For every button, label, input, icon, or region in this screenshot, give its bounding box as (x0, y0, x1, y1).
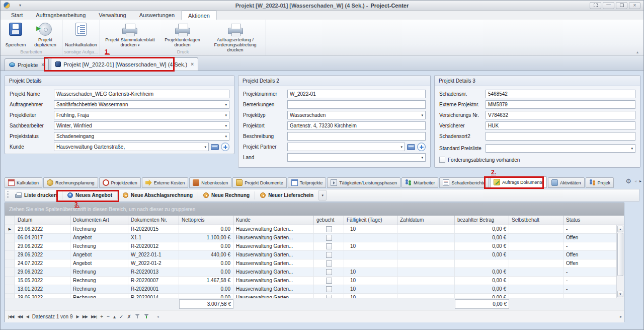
detail-tab[interactable]: Mitarbeiter (401, 177, 439, 188)
neue-rechnung-button[interactable]: Neue Rechnung (200, 190, 253, 201)
ribbon-tab[interactable]: Start (5, 11, 29, 20)
chevron-down-icon[interactable]: ▾ (224, 111, 228, 119)
quick-access-caret-icon[interactable]: ▾ (19, 3, 21, 8)
chevron-down-icon[interactable]: ▾ (420, 111, 424, 119)
gebucht-checkbox[interactable] (326, 252, 332, 258)
ribbon-tab[interactable]: Verwaltung (92, 11, 132, 20)
customer-card-icon[interactable] (211, 144, 219, 150)
auftragserteilung-drucken-button[interactable]: Auftragserteilung / Forderungsabtretung … (206, 21, 265, 48)
table-row[interactable]: 13.01.2022 Rechnung R-20220001 0.00 Haus… (5, 285, 624, 294)
nachkalkulation-button[interactable]: Nachkalkulation (63, 21, 99, 48)
standard-preisliste-select[interactable]: ▾ (486, 144, 635, 153)
tab-projekt-w2022[interactable]: Projekt [W_2022-01] [Wasserschaden_W] (4… (51, 57, 198, 71)
nav-cancel-button[interactable]: ✗ (127, 314, 131, 319)
filter-icon[interactable] (135, 313, 140, 319)
column-header-zahldatum[interactable]: Zahldatum (397, 216, 455, 225)
ribbon-collapse-icon[interactable]: ▴ (636, 50, 638, 54)
projektunterlagen-drucken-button[interactable]: Projektunterlagen drucken (159, 21, 206, 48)
land-select[interactable]: ▾ (287, 153, 426, 162)
group-by-hint[interactable]: Ziehen Sie eine Spaltenüberschrift in di… (5, 203, 624, 216)
column-header-faelligkeit[interactable]: Fälligkeit (Tage) (344, 216, 397, 225)
detail-tab[interactable]: Rechnungsplanung (43, 177, 98, 188)
column-header-status[interactable]: Status (564, 216, 624, 225)
chevron-down-icon[interactable]: ▾ (399, 143, 404, 151)
nav-next-page-button[interactable]: ▶▶ (83, 314, 88, 319)
externe-projektnr-input[interactable]: MM5879 (486, 100, 635, 109)
minimize-button[interactable]: — (603, 2, 614, 9)
column-header-nettopreis[interactable]: Nettopreis (179, 216, 233, 225)
nav-prev-page-button[interactable]: ◀◀ (17, 314, 22, 319)
projektstatus-select[interactable]: Schadeneingang▾ (54, 132, 229, 141)
close-button[interactable]: × (629, 2, 640, 9)
projektleiter-select[interactable]: Frühling, Fraja▾ (54, 111, 229, 119)
detail-tab[interactable]: Auftrags Dokumente (490, 176, 547, 188)
nav-next-button[interactable]: ▶ (76, 314, 78, 319)
detail-tab[interactable]: Tätigkeiten/Leistungsphasen (327, 177, 400, 188)
column-header-bezahlter-betrag[interactable]: bezahlter Betrag (455, 216, 509, 225)
nav-prev-button[interactable]: ◀ (26, 314, 29, 319)
gebucht-checkbox[interactable] (326, 286, 332, 292)
nav-edit-button[interactable]: ▴ (113, 314, 116, 319)
chevron-down-icon[interactable]: ▾ (224, 101, 228, 108)
table-row[interactable]: 29.06.2022 Rechnung R-20220012 0.00 Haus… (5, 242, 624, 251)
beschreibung-input[interactable] (287, 132, 426, 141)
projektnummer-input[interactable]: W_2022-01 (287, 90, 426, 98)
sachbearbeiter-select[interactable]: Winter, Winfried▾ (54, 121, 229, 130)
table-row[interactable]: 29.06.2022 Rechnung R-20220013 0.00 Haus… (5, 268, 624, 277)
versicherer-input[interactable]: HUK (486, 121, 635, 130)
column-header-dokumenten-art[interactable]: Dokumenten Art (70, 216, 128, 225)
scrollbar-thumb[interactable] (617, 233, 623, 276)
detail-tab[interactable]: Projektzeiten (99, 177, 141, 188)
column-header-selbstbehalt[interactable]: Selbstbehalt (509, 216, 564, 225)
gear-icon[interactable]: ⚙ (625, 178, 631, 184)
close-tab-icon[interactable]: × (41, 62, 44, 68)
detail-tab[interactable]: Projekt Dokumente (232, 177, 287, 188)
column-header-kunde[interactable]: Kunde (233, 216, 314, 225)
versicherungs-nr-input[interactable]: V784632 (486, 111, 635, 119)
projekt-name-input[interactable]: Wasserschaden_WEG Gartenstr-Kirchheim (54, 90, 229, 98)
schadensort2-input[interactable] (486, 132, 635, 141)
gebucht-checkbox[interactable] (326, 260, 332, 267)
chevron-down-icon[interactable]: ▾ (224, 133, 228, 140)
speichern-button[interactable]: Speichern (2, 21, 30, 48)
schadensnr-input[interactable]: 5468542 (486, 90, 635, 98)
nav-last-button[interactable]: ▶▶| (91, 314, 97, 319)
forderungsabtretung-checkbox[interactable] (439, 157, 445, 163)
add-partner-button[interactable] (417, 143, 426, 151)
kunde-select[interactable]: Hausverwaltung Gartenstraße,▾ (54, 143, 209, 151)
table-row[interactable]: 24.07.2022 Angebot W_2022-01-2 0.00 Haus… (5, 259, 624, 268)
filter-customize-icon[interactable] (144, 313, 149, 319)
liste-drucken-button[interactable]: Liste drucken (12, 190, 60, 201)
projektort-input[interactable]: Gartenstr. 4, 73230 Kirchheim (287, 121, 426, 130)
gebucht-checkbox[interactable] (326, 235, 332, 241)
neue-abschlagsrechnung-button[interactable]: Neue Abschlagsrechnung (119, 190, 196, 201)
column-header-gebucht[interactable]: gebucht (314, 216, 344, 225)
detail-tab[interactable]: Teilprojekte (288, 177, 327, 188)
chevron-down-icon[interactable]: ▾ (630, 145, 634, 152)
detail-tab[interactable]: Projek (586, 177, 614, 188)
scroll-tabs-left-icon[interactable]: ◂ (634, 179, 636, 183)
hscroll-left-icon[interactable]: ◂ (157, 314, 159, 319)
ribbon-tab[interactable]: Aktionen (181, 11, 217, 20)
ribbon-tab[interactable]: Auftragsbearbeitung (29, 11, 92, 20)
projekt-partner-select[interactable]: ▾ (287, 143, 405, 151)
column-header-datum[interactable]: Datum (15, 216, 70, 225)
gebucht-checkbox[interactable] (326, 269, 332, 275)
scroll-down-icon[interactable]: ▼ (617, 291, 623, 297)
chevron-down-icon[interactable]: ▾ (420, 154, 424, 161)
gebucht-checkbox[interactable] (326, 226, 332, 232)
gebucht-checkbox[interactable] (326, 243, 332, 249)
hscroll-right-icon[interactable]: ▸ (620, 314, 622, 319)
detail-tab[interactable]: Schadenberichte (439, 177, 489, 188)
table-row[interactable]: 29.06.2022 Angebot W_2022-01-1 440,00 € … (5, 251, 624, 259)
auftragnehmer-select[interactable]: Sanitärfachbetrieb Wassermann▾ (54, 100, 229, 109)
column-header-dokumenten-nr[interactable]: Dokumenten Nr. (128, 216, 179, 225)
gebucht-checkbox[interactable] (326, 278, 332, 284)
add-customer-button[interactable] (221, 143, 229, 151)
nav-confirm-button[interactable]: ✓ (119, 314, 123, 319)
close-tab-icon[interactable]: × (191, 61, 194, 67)
stammdatenblatt-drucken-button[interactable]: Projekt Stammdatenblatt drucken ▾ (101, 21, 159, 48)
table-row[interactable]: 29.06.2022 Rechnung R-20220014 0.00 Haus… (5, 294, 624, 298)
bemerkungen-input[interactable] (287, 100, 426, 109)
nav-first-button[interactable]: |◀◀ (8, 314, 14, 319)
